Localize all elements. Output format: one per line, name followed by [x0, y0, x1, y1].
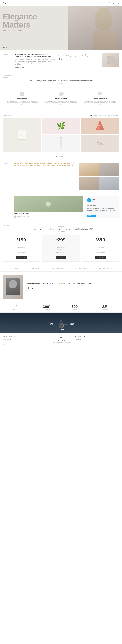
twitter-text: The only way to start your day. Beautifu…	[87, 203, 117, 207]
case-study-label: CASE STUDY	[3, 115, 14, 116]
case-item-1[interactable]: LOSTFOO	[3, 118, 41, 152]
pricing-card-1-buy-btn[interactable]: BUY NOW	[16, 256, 27, 259]
leaf-image: 🌿	[42, 118, 80, 134]
service-card-3-learn-more[interactable]: LEARN MORE ›	[94, 106, 105, 108]
story-avatar	[14, 216, 16, 218]
hero-dot-2[interactable]	[4, 47, 5, 48]
nav-social: f t g+ in p	[109, 2, 119, 4]
stat-1: 4th Anniversary	[3, 304, 32, 310]
svg-rect-7	[98, 93, 101, 94]
pricing-card-3: $399 10 GB of Space 5 Free Widgets Free …	[82, 235, 119, 262]
surf-following-label: Following	[48, 326, 55, 326]
service-card-cloud: Cloud Computing Far far away, behind the…	[42, 90, 81, 110]
testimonial-image	[3, 275, 23, 298]
svg-rect-8	[98, 94, 102, 94]
stat-2-label: Projects	[32, 309, 61, 310]
social-pinterest[interactable]: p	[118, 2, 119, 4]
about-left: We're a digital agency mainly focused on…	[15, 53, 56, 68]
nav-blog[interactable]: Blog	[52, 2, 56, 4]
stat-1-num: 4th	[3, 304, 32, 309]
footer-social-in[interactable]: in	[62, 339, 63, 341]
surf-avatar	[59, 323, 64, 328]
prices-quote-line	[58, 226, 64, 227]
service-card-3-body: Far far away, behind the word mountains,…	[82, 100, 117, 105]
view-more-button[interactable]: VIEW MORE	[54, 155, 68, 158]
team-photo-1	[79, 163, 99, 176]
social-linkedin[interactable]: in	[116, 2, 117, 4]
social-facebook[interactable]: f	[109, 2, 110, 4]
surf-followers-label: Followers	[59, 330, 67, 332]
social-google[interactable]: g+	[113, 2, 114, 4]
case-item-4[interactable]	[42, 135, 80, 152]
surf-following-num: 150	[48, 323, 55, 326]
pricing-card-2-buy-btn[interactable]: BUY NOW	[56, 256, 66, 259]
team-label: TEAM	[3, 163, 11, 190]
hero-image	[68, 6, 122, 50]
hero-dot-1[interactable]	[3, 47, 4, 48]
footer-col3-heading: KAPITULUM	[75, 336, 119, 338]
prices-section: PRICES "You can design and create, and b…	[0, 221, 122, 265]
bottle-image	[42, 135, 80, 152]
services-label: SERVICES	[3, 74, 119, 76]
story-author: Posted by Administrator	[17, 216, 30, 217]
about-learn-more[interactable]: LEARN MORE ›	[15, 67, 25, 68]
case-item-3[interactable]: Cafe Me Co.	[81, 118, 119, 134]
twitter-name: weetw	[92, 199, 97, 200]
filter-web[interactable]: Web	[94, 115, 97, 116]
team-heading-highlight: Qualified Professionals	[33, 163, 50, 164]
bag-image: LOSTFOO	[3, 118, 41, 152]
bag-inner: LOSTFOO	[18, 130, 26, 140]
filter-photography[interactable]: Photography	[108, 115, 119, 116]
prices-label: PRICES	[3, 224, 119, 226]
stories-label: STORIES	[3, 196, 11, 218]
nav-portfolio[interactable]: Portfolio	[42, 2, 50, 4]
nav-getadieu[interactable]: Get Adieu	[73, 2, 81, 4]
prices-quote-author: — Walt Disney	[3, 231, 119, 232]
footer-social-f[interactable]: f	[57, 339, 57, 341]
view-more-row: VIEW MORE	[0, 154, 122, 159]
surf-posts-label: Posts	[70, 326, 74, 326]
hero-title-line2: Matters	[3, 21, 37, 29]
twitter-avatar: 🐦	[87, 198, 91, 202]
pricing-card-3-buy-btn[interactable]: BUY NOW	[95, 256, 106, 259]
hero-dots	[3, 47, 7, 48]
nav-others[interactable]: Others	[64, 2, 70, 4]
footer-social-p[interactable]: p	[64, 339, 65, 341]
team-learn-more[interactable]: LEARN MORE ›	[14, 168, 25, 170]
service-card-1-learn-more[interactable]: LEARN MORE ›	[17, 106, 28, 108]
footer-social-t[interactable]: t	[58, 339, 59, 341]
nav-shop[interactable]: Shop	[58, 2, 63, 4]
footer-social-g[interactable]: g+	[60, 339, 61, 341]
pricing-cards: $199 10 GB of Space 5 Free Widgets Free …	[3, 235, 119, 262]
surf-stat-posts: 509 Posts	[70, 323, 74, 332]
service-card-1-body: Far far away, behind the word mountains,…	[5, 100, 40, 105]
prices-header: PRICES "You can design and create, and b…	[3, 224, 119, 232]
service-card-2-title: Cloud Computing	[44, 98, 78, 100]
case-item-5[interactable]: YoU	[81, 135, 119, 152]
story-title[interactable]: Single Post With Slide	[14, 213, 83, 215]
filter-branding[interactable]: Branding	[99, 115, 106, 116]
nav-home[interactable]: Home	[35, 2, 40, 4]
about-section: DOULOG We're a digital agency mainly foc…	[0, 50, 122, 72]
twitter-subtext: Starting a new app need product at some …	[87, 208, 117, 211]
service-card-2-learn-more[interactable]: LEARN MORE ›	[56, 106, 66, 108]
team-heading: We're a dedicated team of Qualified Prof…	[14, 163, 76, 166]
surf-stat-followers: 200 Followers	[59, 323, 67, 332]
twitter-follow-button[interactable]: FOLLOW	[87, 215, 96, 216]
twitter-header: 🐦 weetw @weetw	[87, 198, 117, 202]
footer-logo: nu	[50, 336, 72, 339]
social-twitter[interactable]: t	[111, 2, 111, 4]
nav-logo[interactable]: nu	[3, 1, 7, 4]
hero-dot-3[interactable]	[6, 47, 7, 48]
svg-text:Me: Me	[97, 127, 99, 128]
services-quote-text: "You can design and create, and build th…	[3, 80, 119, 82]
case-item-2[interactable]: 🌿	[42, 118, 80, 134]
svg-rect-9	[98, 95, 100, 95]
filter-all[interactable]: All	[89, 115, 92, 116]
footer-col-1: ABOUT DIGITAL 138 Bee Street San Francis…	[3, 336, 47, 345]
twitter-identity: weetw @weetw	[92, 199, 97, 202]
team-photo-2	[99, 163, 119, 176]
price-2-features: 10 GB of Space 5 Free Widgets Three Doma…	[44, 244, 77, 254]
services-quote-author: — Walt Disney	[3, 83, 119, 84]
about-body: Masterpiece all youthful on full bodied …	[15, 58, 56, 66]
